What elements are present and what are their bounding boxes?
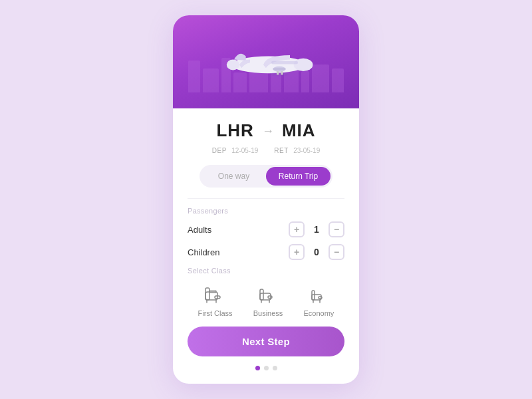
svg-rect-7 <box>277 71 279 75</box>
svg-rect-10 <box>205 288 209 300</box>
return-date: RET 23-05-19 <box>274 144 320 156</box>
return-trip-button[interactable]: Return Trip <box>266 167 331 186</box>
svg-point-6 <box>270 72 289 76</box>
svg-rect-15 <box>260 293 271 300</box>
business-class-icon <box>255 281 281 305</box>
class-label: Select Class <box>188 267 344 275</box>
pagination-dots <box>188 366 344 373</box>
class-options: First Class Business <box>188 281 344 317</box>
svg-rect-8 <box>281 71 283 75</box>
card-body: LHR → MIA DEP 12-05-19 RET 23-05-19 One … <box>173 108 359 384</box>
adults-decrement-button[interactable]: − <box>329 221 344 237</box>
children-increment-button[interactable]: + <box>289 244 305 260</box>
first-class-option[interactable]: First Class <box>198 281 233 317</box>
children-decrement-button[interactable]: − <box>329 244 344 260</box>
adults-row: Adults + 1 − <box>188 221 344 237</box>
adults-counter: + 1 − <box>289 221 344 237</box>
first-class-icon <box>202 281 229 305</box>
adults-increment-button[interactable]: + <box>289 221 305 237</box>
adults-count: 1 <box>311 224 322 235</box>
svg-rect-17 <box>268 296 272 299</box>
svg-point-2 <box>227 59 239 70</box>
economy-class-option[interactable]: Economy <box>304 281 334 317</box>
children-row: Children + 0 − <box>188 244 344 260</box>
svg-rect-22 <box>319 297 322 299</box>
economy-class-label: Economy <box>304 309 334 317</box>
economy-class-icon <box>305 281 332 305</box>
adults-label: Adults <box>188 225 211 235</box>
one-way-button[interactable]: One way <box>201 167 266 186</box>
booking-card: LHR → MIA DEP 12-05-19 RET 23-05-19 One … <box>173 15 359 384</box>
divider <box>188 198 344 199</box>
children-label: Children <box>188 247 219 257</box>
svg-rect-3 <box>271 61 298 65</box>
departure-code: LHR <box>216 120 253 141</box>
svg-rect-20 <box>312 295 321 300</box>
class-section: Select Class <box>188 267 344 317</box>
airplane-illustration <box>213 45 319 90</box>
dates-row: DEP 12-05-19 RET 23-05-19 <box>188 144 344 156</box>
svg-rect-5 <box>273 68 285 70</box>
route-arrow: → <box>262 124 274 138</box>
trip-type-toggle: One way Return Trip <box>200 165 332 188</box>
business-class-option[interactable]: Business <box>253 281 283 317</box>
children-counter: + 0 − <box>289 244 344 260</box>
children-count: 0 <box>311 247 322 257</box>
svg-rect-21 <box>312 291 315 300</box>
first-class-label: First Class <box>198 309 233 317</box>
departure-date: DEP 12-05-19 <box>212 144 259 156</box>
arrival-code: MIA <box>282 120 316 141</box>
svg-point-1 <box>294 59 313 71</box>
dot-2 <box>264 366 269 370</box>
route-section: LHR → MIA <box>188 120 344 141</box>
passengers-label: Passengers <box>188 207 344 215</box>
next-step-button[interactable]: Next Step <box>188 327 344 356</box>
business-class-label: Business <box>253 309 283 317</box>
svg-rect-16 <box>260 289 263 300</box>
card-header <box>173 15 359 108</box>
dot-1 <box>255 366 260 370</box>
dot-3 <box>273 366 277 370</box>
